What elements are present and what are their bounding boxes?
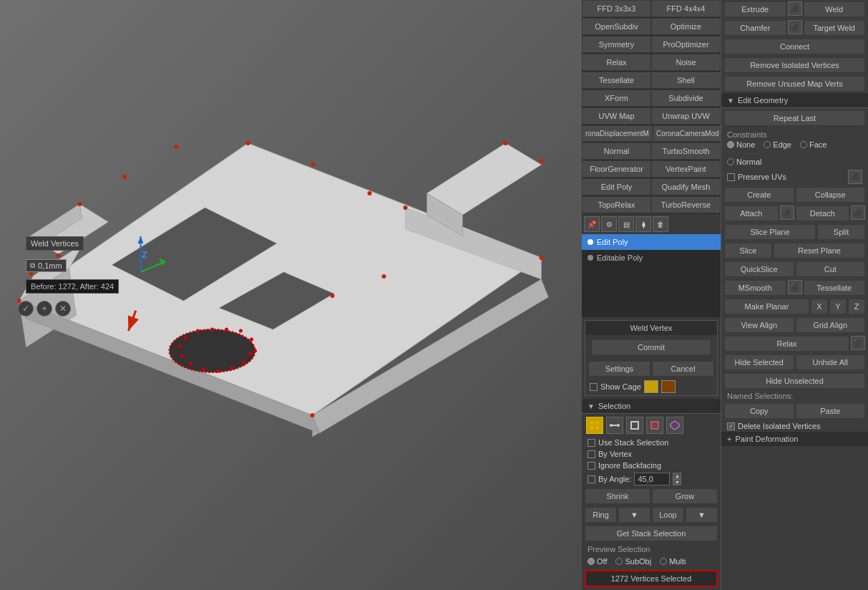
mod-relax[interactable]: Relax xyxy=(582,54,651,71)
remove-isolated-button[interactable]: Remove Isolated Vertices xyxy=(724,57,865,73)
make-planar-button[interactable]: Make Planar xyxy=(724,299,809,314)
quickslice-button[interactable]: QuickSlice xyxy=(724,261,794,277)
msmooth-settings-icon[interactable]: ⬛ xyxy=(788,280,802,294)
make-planar-z-button[interactable]: Z xyxy=(848,299,865,314)
preview-subobj-radio[interactable]: SubObj xyxy=(615,557,651,566)
by-angle-checkbox[interactable] xyxy=(587,475,595,483)
configure-modifier-sets-btn[interactable]: ⚙ xyxy=(601,216,617,232)
mod-editpoly-btn[interactable]: Edit Poly xyxy=(582,178,651,195)
pin-stack-btn[interactable]: 📌 xyxy=(584,216,600,232)
constraint-normal-radio[interactable]: Normal xyxy=(727,158,761,166)
make-planar-x-button[interactable]: X xyxy=(811,299,828,314)
selection-section-header[interactable]: ▼ Selection xyxy=(582,399,721,414)
angle-value-input[interactable] xyxy=(634,473,670,485)
grid-align-button[interactable]: Grid Align xyxy=(796,317,866,333)
paint-deformation-header[interactable]: + Paint Deformation xyxy=(721,432,868,446)
attach-button[interactable]: Attach xyxy=(724,205,779,221)
unhide-all-button[interactable]: Unhide All xyxy=(796,354,866,370)
settings-button[interactable]: Settings xyxy=(588,361,650,377)
mod-ffd3x3[interactable]: FFD 3x3x3 xyxy=(582,0,651,17)
mod-topolrelax[interactable]: TopoRelax xyxy=(582,196,651,213)
mod-rona[interactable]: ronaDisplacementM xyxy=(582,125,653,142)
chamfer-button[interactable]: Chamfer xyxy=(724,20,786,36)
slice-plane-button[interactable]: Slice Plane xyxy=(724,224,816,240)
constraint-edge-radio[interactable]: Edge xyxy=(764,140,791,149)
paste-button[interactable]: Paste xyxy=(796,403,866,419)
edge-select-icon[interactable] xyxy=(606,417,623,434)
accept-button[interactable]: ✓ xyxy=(18,301,34,316)
grow-button[interactable]: Grow xyxy=(652,488,718,504)
mod-uvwmap[interactable]: UVW Map xyxy=(582,107,651,125)
element-select-icon[interactable] xyxy=(666,417,683,434)
relax-settings-icon[interactable]: ⬛ xyxy=(851,336,865,350)
make-unique-btn[interactable]: ⧫ xyxy=(635,216,651,232)
preserve-uvs-settings-icon[interactable]: ⬛ xyxy=(848,170,862,184)
show-cage-checkbox[interactable] xyxy=(590,383,598,391)
hide-selected-button[interactable]: Hide Selected xyxy=(724,354,794,370)
plus-button[interactable]: + xyxy=(36,301,52,316)
loop-button[interactable]: Loop xyxy=(652,507,684,523)
delete-isolated-checkbox[interactable] xyxy=(727,422,735,430)
mod-tessellate[interactable]: Tessellate xyxy=(582,72,651,89)
mod-opensubdiv[interactable]: OpenSubdiv xyxy=(582,18,651,35)
view-align-button[interactable]: View Align xyxy=(724,317,794,333)
viewport[interactable]: Z Weld Vertices ⧉ 0,1mm Before: 1272, Af… xyxy=(0,0,582,590)
slice-button[interactable]: Slice xyxy=(724,243,772,258)
hide-unselected-button[interactable]: Hide Unselected xyxy=(724,373,865,389)
mod-normal[interactable]: Normal xyxy=(582,142,651,160)
stack-item-editablepoly[interactable]: Editable Poly xyxy=(582,250,721,266)
vertex-select-icon[interactable] xyxy=(586,417,603,434)
ignore-backfacing-checkbox[interactable] xyxy=(587,462,595,470)
ring-button[interactable]: Ring xyxy=(585,507,617,523)
mod-ffd4x4[interactable]: FFD 4x4x4 xyxy=(651,0,721,17)
make-planar-y-button[interactable]: Y xyxy=(829,299,847,314)
mod-shell[interactable]: Shell xyxy=(651,72,721,89)
mod-unwrapuvw[interactable]: Unwrap UVW xyxy=(651,107,721,125)
by-vertex-checkbox[interactable] xyxy=(587,450,595,458)
detach-settings-icon[interactable]: ⬛ xyxy=(851,205,865,220)
weld-button[interactable]: Weld xyxy=(804,1,866,17)
mod-turboreverse[interactable]: TurboReverse xyxy=(651,196,721,213)
mod-floorgenerator[interactable]: FloorGenerator xyxy=(582,160,651,178)
mod-subdivide[interactable]: Subdivide xyxy=(651,90,721,107)
collapse-button[interactable]: Collapse xyxy=(796,187,866,203)
constraint-none-radio[interactable]: None xyxy=(727,140,755,149)
preview-multi-radio[interactable]: Multi xyxy=(660,557,686,566)
threshold-label[interactable]: ⧉ 0,1mm xyxy=(26,259,67,272)
split-button[interactable]: Split xyxy=(817,224,865,240)
detach-button[interactable]: Detach xyxy=(796,205,850,221)
extrude-button[interactable]: Extrude xyxy=(724,1,786,17)
mod-turbosmooth[interactable]: TurboSmooth xyxy=(651,142,721,160)
shrink-button[interactable]: Shrink xyxy=(585,488,650,504)
extrude-settings-icon[interactable]: ⬛ xyxy=(788,1,802,16)
poly-select-icon[interactable] xyxy=(646,417,663,434)
use-stack-checkbox[interactable] xyxy=(587,439,595,447)
mod-vertexpaint[interactable]: VertexPaint xyxy=(651,160,721,178)
constraint-face-radio[interactable]: Face xyxy=(800,140,826,149)
cancel-button[interactable]: Cancel xyxy=(652,361,714,377)
remove-unused-map-verts-button[interactable]: Remove Unused Map Verts xyxy=(724,76,865,92)
edit-geometry-section-header[interactable]: ▼ Edit Geometry xyxy=(721,93,868,108)
stack-item-editpoly[interactable]: Edit Poly xyxy=(582,234,721,250)
preserve-uvs-checkbox[interactable] xyxy=(727,173,735,181)
repeat-last-button[interactable]: Repeat Last xyxy=(724,110,865,126)
mod-xform[interactable]: XForm xyxy=(582,90,651,107)
show-all-subtree-btn[interactable]: ▤ xyxy=(618,216,634,232)
relax-button[interactable]: Relax xyxy=(724,336,849,352)
reject-button[interactable]: ✕ xyxy=(55,301,71,316)
get-stack-selection-button[interactable]: Get Stack Selection xyxy=(585,526,718,541)
cage-color-swatch-2[interactable] xyxy=(661,380,676,393)
create-button[interactable]: Create xyxy=(724,187,794,203)
cut-button[interactable]: Cut xyxy=(796,261,866,277)
angle-down-btn[interactable]: ▼ xyxy=(673,479,681,485)
target-weld-button[interactable]: Target Weld xyxy=(804,20,866,36)
commit-button[interactable]: Commit xyxy=(591,339,711,355)
mod-symmetry[interactable]: Symmetry xyxy=(582,36,651,53)
mod-corona[interactable]: CoronaCameraMod xyxy=(653,125,721,142)
copy-button[interactable]: Copy xyxy=(724,403,794,419)
cage-color-swatch-1[interactable] xyxy=(644,380,658,393)
remove-modifier-btn[interactable]: 🗑 xyxy=(653,216,668,232)
loop-spinner-btn[interactable]: ▼ xyxy=(686,507,718,523)
angle-up-btn[interactable]: ▲ xyxy=(673,473,681,479)
attach-settings-icon[interactable]: ⬛ xyxy=(780,205,794,220)
